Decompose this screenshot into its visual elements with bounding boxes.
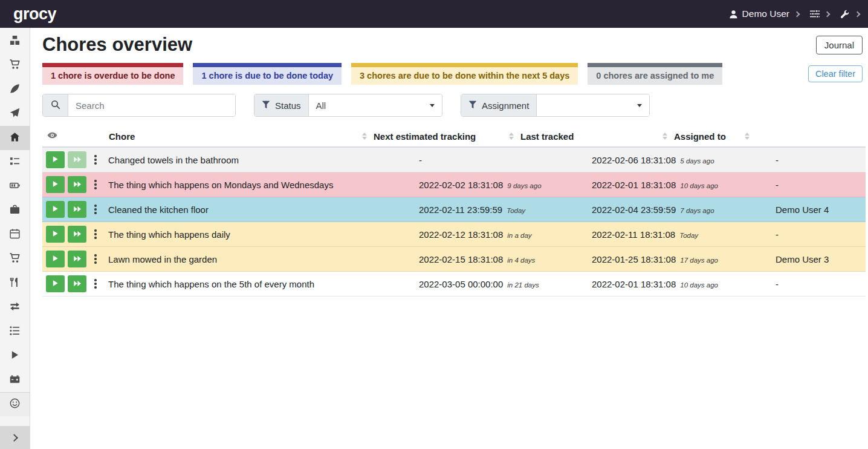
column-header-last-tracked[interactable]: Last tracked: [519, 126, 673, 146]
calendar-icon: [10, 229, 20, 241]
table-row: Lawn mowed in the garden 2022-02-15 18:3…: [42, 247, 866, 272]
sidebar-item-shopping-list[interactable]: [0, 53, 30, 77]
user-icon: [729, 10, 738, 19]
search-input[interactable]: [68, 94, 235, 116]
skip-chore-button[interactable]: [68, 275, 86, 292]
last-tracked-time: 2022-02-11 18:31:08: [592, 229, 675, 240]
last-tracked-cell: 2022-02-11 18:31:08 Today: [592, 229, 776, 240]
fast-forward-icon: [73, 280, 82, 289]
row-menu-button[interactable]: [90, 202, 101, 217]
sidebar-item-chore-tracking[interactable]: [0, 344, 30, 368]
track-chore-button[interactable]: [46, 176, 65, 193]
column-header-chore[interactable]: Chore: [108, 126, 372, 146]
row-menu-button[interactable]: [90, 177, 101, 192]
page-header: Chores overview Journal: [42, 34, 866, 56]
play-icon: [52, 255, 59, 264]
play-icon: [52, 280, 59, 289]
column-header-assigned-to[interactable]: Assigned to: [673, 126, 755, 146]
last-tracked-time: 2022-01-25 18:31:08: [592, 254, 676, 264]
row-menu-button[interactable]: [90, 226, 101, 242]
filter-row: Status All Assignment: [42, 94, 866, 117]
last-tracked-time: 2022-02-06 18:31:08: [592, 155, 676, 165]
grocy-logo[interactable]: grocy: [13, 5, 56, 24]
user-menu[interactable]: Demo User: [729, 8, 799, 19]
row-menu-button[interactable]: [90, 152, 101, 168]
next-tracking-cell: -: [419, 155, 592, 165]
sidebar-item-user-settings[interactable]: [0, 392, 30, 416]
sidebar-item-consume[interactable]: [0, 271, 30, 295]
sidebar-item-recipes[interactable]: [0, 77, 30, 102]
search-icon: [51, 100, 60, 111]
sidebar-item-calendar[interactable]: [0, 223, 30, 247]
skip-chore-button[interactable]: [68, 226, 86, 243]
settings-menu[interactable]: [810, 9, 829, 19]
banner-overdue[interactable]: 1 chore is overdue to be done: [42, 63, 183, 85]
search-icon-box: [43, 94, 68, 116]
assigned-to: -: [776, 180, 866, 190]
checklist-icon: [10, 156, 20, 169]
skip-chore-button[interactable]: [68, 176, 86, 193]
sidebar-item-transfer[interactable]: [0, 295, 30, 320]
assigned-to: -: [776, 229, 866, 240]
column-visibility-toggle[interactable]: [42, 130, 108, 142]
filter-icon: [262, 100, 270, 111]
track-chore-button[interactable]: [46, 226, 65, 243]
last-tracked-cell: 2022-02-01 18:31:08 10 days ago: [592, 180, 776, 190]
status-select[interactable]: All: [309, 94, 442, 116]
row-menu-button[interactable]: [90, 251, 101, 267]
sidebar-item-purchase[interactable]: [0, 247, 30, 271]
sidebar-item-meal-plan[interactable]: [0, 102, 30, 126]
last-tracked-cell: 2022-02-04 23:59:59 7 days ago: [592, 205, 776, 215]
assignment-select[interactable]: [537, 94, 649, 116]
sidebar-item-chores-overview[interactable]: [0, 126, 30, 150]
expand-sidebar-button[interactable]: [0, 426, 30, 449]
banner-today[interactable]: 1 chore is due to be done today: [193, 63, 342, 85]
sidebar-item-equipment[interactable]: [0, 198, 30, 223]
banner-soon[interactable]: 3 chores are due to be done within the n…: [351, 63, 578, 85]
skip-chore-button[interactable]: [68, 201, 86, 218]
column-header-next-tracking[interactable]: Next estimated tracking: [372, 126, 519, 146]
play-icon: [52, 180, 59, 189]
play-icon: [52, 230, 59, 239]
row-menu-button[interactable]: [90, 276, 101, 292]
top-navbar: grocy Demo User: [0, 0, 868, 28]
next-tracking-time: 2022-02-15 18:31:08: [419, 254, 503, 264]
sidebar-item-batteries-overview[interactable]: [0, 174, 30, 198]
journal-button[interactable]: Journal: [816, 36, 863, 54]
sidebar: [0, 28, 30, 449]
sidebar-item-stock-overview[interactable]: [0, 29, 30, 53]
track-chore-button[interactable]: [46, 275, 65, 292]
last-tracked-cell: 2022-02-01 18:31:08 10 days ago: [592, 279, 776, 289]
column-header-label: Last tracked: [520, 131, 574, 142]
sort-icon: [509, 133, 514, 140]
table-header: Chore Next estimated tracking Last track…: [42, 126, 866, 148]
sidebar-item-battery-tracking[interactable]: [0, 368, 30, 392]
fast-forward-icon: [73, 230, 82, 239]
caret-down-icon: [637, 104, 642, 107]
play-icon: [52, 205, 59, 214]
admin-menu[interactable]: [840, 9, 860, 19]
track-chore-button[interactable]: [46, 151, 65, 168]
sidebar-item-tasks[interactable]: [0, 150, 30, 174]
sort-icon: [362, 133, 367, 140]
chevron-right-icon: [794, 11, 800, 17]
sort-icon: [745, 133, 750, 140]
next-tracking-relative: in 4 days: [507, 257, 535, 264]
skip-chore-button[interactable]: [68, 151, 86, 168]
track-chore-button[interactable]: [46, 251, 65, 267]
next-tracking-time: -: [419, 155, 422, 165]
clear-filter-button[interactable]: Clear filter: [808, 65, 863, 82]
banner-assigned[interactable]: 0 chores are assigned to me: [588, 63, 722, 85]
track-chore-button[interactable]: [46, 201, 65, 218]
chevron-right-icon: [824, 11, 831, 17]
sidebar-item-inventory[interactable]: [0, 320, 30, 344]
skip-chore-button[interactable]: [68, 251, 86, 267]
next-tracking-cell: 2022-02-11 23:59:59 Today: [419, 205, 592, 215]
table-row: Changed towels in the bathroom - 2022-02…: [42, 148, 866, 172]
column-header-label: Chore: [109, 131, 135, 142]
last-tracked-relative: 10 days ago: [680, 281, 718, 289]
assigned-to: Demo User 3: [776, 254, 866, 264]
assigned-to: -: [776, 279, 866, 289]
table-row: Cleaned the kitchen floor 2022-02-11 23:…: [42, 197, 866, 222]
assigned-to: -: [776, 155, 866, 165]
